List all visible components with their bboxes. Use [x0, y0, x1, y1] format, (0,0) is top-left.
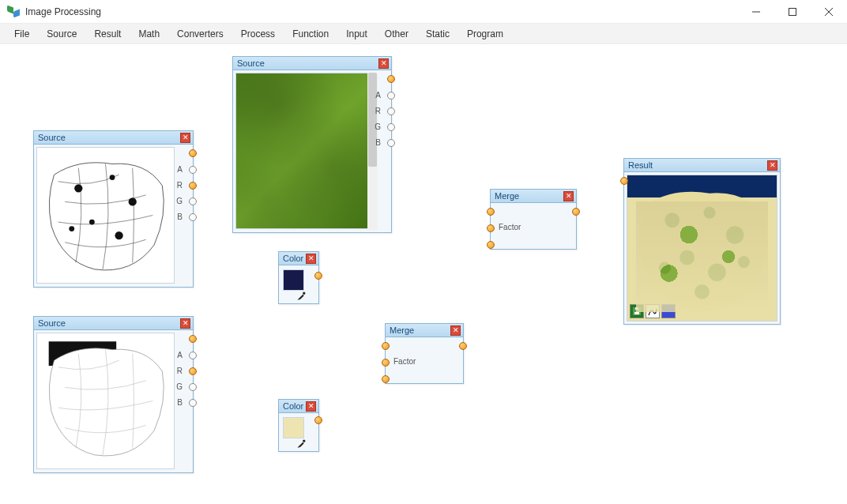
port-out-main[interactable]	[387, 75, 395, 83]
port-in-factor[interactable]	[487, 224, 495, 232]
node-result[interactable]: Result ✕	[623, 158, 781, 325]
svg-point-6	[129, 197, 137, 205]
close-button[interactable]	[811, 0, 847, 24]
svg-point-13	[664, 213, 679, 228]
port-out[interactable]	[314, 272, 322, 280]
thumb-bw-map	[36, 147, 175, 284]
node-close-icon[interactable]: ✕	[450, 325, 461, 336]
port-out-a[interactable]	[189, 166, 197, 174]
menu-file[interactable]: File	[6, 25, 37, 43]
maximize-button[interactable]	[774, 0, 811, 24]
minimize-button[interactable]	[738, 0, 774, 24]
menu-input[interactable]: Input	[338, 25, 375, 43]
thumb-result	[627, 175, 777, 322]
port-out-b[interactable]	[387, 139, 395, 147]
port-out-r[interactable]	[189, 182, 197, 190]
port-label-factor: Factor	[499, 223, 521, 231]
svg-rect-1	[789, 8, 796, 15]
port-out-a[interactable]	[189, 352, 197, 359]
node-color-beige[interactable]: Color ✕	[278, 399, 319, 452]
port-label-r: R	[177, 367, 183, 375]
port-in-factor[interactable]	[382, 359, 390, 367]
svg-point-20	[738, 256, 750, 268]
color-swatch-beige[interactable]	[283, 417, 304, 438]
svg-point-15	[726, 226, 744, 244]
node-canvas[interactable]: Source ✕ A R G B Source ✕ A	[0, 44, 847, 504]
svg-rect-23	[635, 307, 638, 310]
port-label-g: G	[375, 122, 381, 131]
node-title: Source	[38, 133, 180, 142]
port-in-top[interactable]	[382, 342, 390, 350]
port-in[interactable]	[620, 177, 628, 185]
port-in-bottom[interactable]	[382, 375, 390, 383]
svg-point-16	[679, 250, 695, 265]
node-title: Result	[628, 160, 767, 170]
port-label-a: A	[177, 351, 183, 359]
port-out-main[interactable]	[189, 149, 197, 157]
node-color-navy[interactable]: Color ✕	[278, 251, 319, 304]
menu-process[interactable]: Process	[233, 25, 283, 43]
eyedropper-icon[interactable]	[296, 291, 306, 301]
node-title: Merge	[390, 325, 450, 335]
node-close-icon[interactable]: ✕	[306, 254, 316, 264]
curve-icon[interactable]	[646, 304, 660, 318]
port-label-g: G	[176, 197, 183, 205]
menu-converters[interactable]: Converters	[169, 25, 232, 43]
port-out-g[interactable]	[189, 383, 197, 391]
menu-function[interactable]: Function	[284, 25, 337, 43]
node-title: Merge	[495, 191, 563, 201]
port-label-g: G	[176, 382, 183, 391]
eyedropper-icon[interactable]	[296, 439, 306, 449]
node-merge-lower[interactable]: Merge ✕ Factor	[385, 323, 464, 384]
menu-static[interactable]: Static	[418, 25, 457, 43]
node-source-map1[interactable]: Source ✕ A R G B	[33, 130, 194, 288]
menu-other[interactable]: Other	[377, 25, 416, 43]
node-close-icon[interactable]: ✕	[767, 160, 777, 171]
port-out-g[interactable]	[387, 123, 395, 131]
node-source-grass[interactable]: Source ✕ A R G B	[232, 56, 392, 233]
port-label-a: A	[375, 91, 381, 100]
port-label-r: R	[177, 181, 183, 190]
title-bar: Image Processing	[0, 0, 847, 24]
node-source-map2[interactable]: Source ✕ A R G B	[33, 316, 194, 473]
port-label-factor: Factor	[393, 357, 416, 366]
menu-bar: File Source Result Math Converters Proce…	[0, 24, 847, 44]
node-title: Color	[283, 254, 306, 263]
svg-point-18	[659, 262, 671, 274]
port-out-r[interactable]	[387, 107, 395, 115]
color-swatch-navy[interactable]	[283, 269, 304, 291]
port-out-r[interactable]	[189, 367, 197, 375]
port-out-b[interactable]	[189, 399, 197, 407]
node-close-icon[interactable]: ✕	[563, 191, 574, 201]
node-merge-upper[interactable]: Merge ✕ Factor	[490, 189, 577, 250]
node-close-icon[interactable]: ✕	[180, 318, 190, 329]
node-close-icon[interactable]: ✕	[180, 133, 190, 143]
menu-source[interactable]: Source	[39, 25, 85, 43]
port-label-a: A	[177, 165, 183, 174]
svg-point-9	[69, 226, 74, 231]
menu-result[interactable]: Result	[86, 25, 129, 43]
svg-point-14	[703, 207, 715, 219]
save-icon[interactable]	[630, 304, 644, 318]
thumb-grass	[235, 73, 375, 229]
node-close-icon[interactable]: ✕	[306, 401, 316, 412]
color-icon[interactable]	[661, 304, 676, 318]
port-out[interactable]	[459, 342, 467, 350]
port-out-g[interactable]	[189, 197, 197, 205]
node-close-icon[interactable]: ✕	[378, 58, 389, 69]
svg-point-19	[695, 284, 710, 299]
app-icon	[6, 5, 21, 19]
port-in-top[interactable]	[487, 208, 495, 216]
port-out-main[interactable]	[189, 335, 197, 343]
menu-program[interactable]: Program	[459, 25, 511, 43]
port-out-b[interactable]	[189, 213, 197, 221]
port-out[interactable]	[314, 416, 322, 424]
node-title: Source	[237, 58, 378, 68]
port-out[interactable]	[572, 208, 580, 216]
svg-point-17	[708, 264, 726, 282]
port-out-a[interactable]	[387, 92, 395, 100]
menu-math[interactable]: Math	[130, 25, 168, 43]
svg-point-5	[110, 175, 115, 180]
port-in-bottom[interactable]	[487, 241, 495, 249]
svg-point-4	[74, 184, 82, 192]
